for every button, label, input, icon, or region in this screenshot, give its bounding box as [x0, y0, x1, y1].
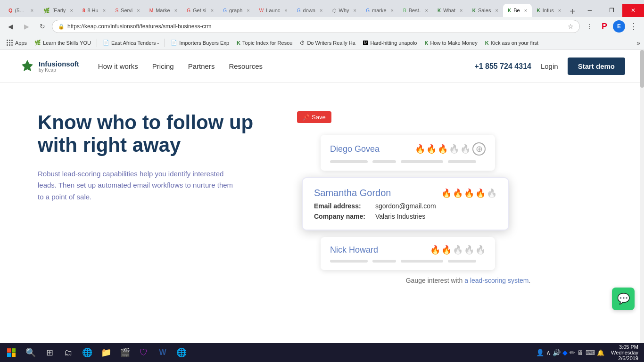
- bookmark-hard-hitting[interactable]: M Hard-hitting unapolo: [360, 39, 420, 47]
- line-4: [448, 160, 476, 163]
- save-button[interactable]: 📌 Save: [297, 111, 331, 123]
- tab-12[interactable]: B Best- ×: [398, 4, 432, 17]
- email-value: sgordon@gmail.com: [375, 202, 436, 210]
- start-button[interactable]: [2, 343, 21, 362]
- login-link[interactable]: Login: [541, 62, 558, 70]
- tab-2[interactable]: 🌿 [Early ×: [39, 4, 77, 17]
- flame-1-4: 🔥: [449, 144, 459, 154]
- site-logo[interactable]: Infusionsoft by Keap: [19, 58, 79, 75]
- scrollbar-thumb[interactable]: [640, 50, 644, 88]
- nav-link-resources[interactable]: Resources: [229, 62, 263, 70]
- tab-6[interactable]: G Get si ×: [182, 4, 218, 17]
- bookmark-favicon-8: K: [485, 40, 489, 46]
- notification-icon[interactable]: 🔔: [597, 349, 604, 356]
- bookmark-writers[interactable]: ⏱ Do Writers Really Ha: [297, 39, 358, 47]
- keyboard-icon[interactable]: ⌨: [586, 349, 595, 356]
- bookmark-kick-ass[interactable]: K Kick ass on your first: [482, 39, 541, 47]
- star-icon[interactable]: ☆: [568, 23, 574, 30]
- task-view-button[interactable]: ⊞: [41, 344, 58, 362]
- tab-9[interactable]: G down ×: [292, 4, 327, 17]
- network-icon[interactable]: 🖥: [577, 349, 584, 356]
- taskbar-word[interactable]: W: [154, 344, 172, 362]
- flame-2-3: 🔥: [464, 188, 474, 198]
- person-icon[interactable]: 👤: [536, 349, 544, 356]
- forward-button[interactable]: ▶: [20, 20, 33, 33]
- tab-10[interactable]: ⬡ Why ×: [328, 4, 361, 17]
- tab-5[interactable]: M Marke ×: [145, 4, 182, 17]
- tab-8[interactable]: W Launc ×: [255, 4, 292, 17]
- flame-row-3: 🔥 🔥 🔥 🔥 🔥: [430, 245, 486, 255]
- tab-4[interactable]: S Servi ×: [110, 4, 144, 17]
- bookmarks-bar: Apps 🌿 Learn the Skills YOU 📄 East Afric…: [0, 36, 644, 50]
- bookmark-topic[interactable]: K Topic Index for Resou: [234, 39, 295, 47]
- taskbar-store[interactable]: 🗂: [59, 344, 77, 362]
- scrollbar[interactable]: [640, 50, 644, 343]
- bookmark-importers[interactable]: 📄 Importers Buyers Exp: [168, 39, 232, 47]
- hero-left: Know who to follow up with right away Ro…: [38, 111, 273, 203]
- line-7: [401, 260, 443, 263]
- bookmark-favicon-4: K: [237, 40, 240, 46]
- bookmark-how-to-make[interactable]: K How to Make Money: [421, 39, 480, 47]
- bookmark-label-3: Importers Buyers Exp: [179, 40, 229, 46]
- line-2: [372, 160, 396, 163]
- maximize-button[interactable]: ❐: [601, 4, 622, 17]
- line-1: [330, 160, 368, 163]
- chevron-up-icon[interactable]: ∧: [546, 349, 551, 356]
- apps-label: Apps: [15, 40, 27, 46]
- bookmark-learn[interactable]: 🌿 Learn the Skills YOU: [32, 39, 94, 47]
- bookmark-east-africa[interactable]: 📄 East Africa Tenders -: [100, 39, 162, 47]
- tab-11[interactable]: G marke ×: [361, 4, 398, 17]
- extensions-icon[interactable]: ⋮: [583, 20, 596, 33]
- tab-14[interactable]: K Sales ×: [468, 4, 503, 17]
- nav-link-pricing[interactable]: Pricing: [152, 62, 174, 70]
- taskbar-vlc[interactable]: 🎬: [116, 344, 134, 362]
- pinterest-icon[interactable]: P: [598, 20, 611, 33]
- bookmarks-more-button[interactable]: »: [636, 39, 640, 47]
- company-row: Company name: Valaris Industries: [314, 213, 497, 220]
- date-display: 2/6/2019: [618, 355, 638, 361]
- nav-link-partners[interactable]: Partners: [188, 62, 215, 70]
- new-tab-button[interactable]: +: [566, 6, 579, 17]
- tab-13[interactable]: K What ×: [433, 4, 467, 17]
- line-6: [372, 260, 396, 263]
- tab-active[interactable]: K Be ×: [503, 4, 532, 17]
- taskbar-edge[interactable]: 🌐: [78, 344, 96, 362]
- minimize-button[interactable]: ─: [579, 4, 601, 17]
- taskbar-right: 👤 ∧ 🔊 ◆ ✏ 🖥 ⌨ 🔔 3:05 PM Wednesday 2/6/20…: [536, 344, 642, 361]
- start-demo-button[interactable]: Start demo: [568, 58, 625, 75]
- caption-period: .: [528, 277, 530, 284]
- tab-7[interactable]: G graph ×: [218, 4, 254, 17]
- toolbar-icons: ⋮ P E ⋮: [583, 20, 640, 33]
- lead-card-3: Nick Howard 🔥 🔥 🔥 🔥 🔥: [321, 237, 495, 270]
- dropbox-icon[interactable]: ◆: [562, 349, 568, 356]
- taskbar-chrome[interactable]: 🌐: [173, 344, 190, 362]
- close-button[interactable]: ✕: [622, 4, 644, 17]
- clock[interactable]: 3:05 PM Wednesday 2/6/2019: [607, 344, 642, 361]
- email-row: Email address: sgordon@gmail.com: [314, 202, 497, 210]
- bookmark-label-4: Topic Index for Resou: [242, 40, 292, 46]
- tab-16[interactable]: K Infus ×: [532, 4, 566, 17]
- expand-icon-1[interactable]: ⊕: [472, 142, 486, 156]
- nav-link-how-it-works[interactable]: How it works: [98, 62, 138, 70]
- caption-link[interactable]: a lead-scoring system: [464, 277, 528, 284]
- back-button[interactable]: ◀: [4, 20, 17, 33]
- url-text: https://keap.com/infusionsoft/features/s…: [67, 23, 211, 30]
- lead-name-2: Samantha Gordon: [314, 188, 391, 198]
- search-taskbar[interactable]: 🔍: [22, 344, 40, 362]
- logo-subtext: by Keap: [39, 67, 79, 73]
- flame-1-5: 🔥: [460, 144, 471, 154]
- flame-3-4: 🔥: [464, 245, 474, 255]
- pen-icon[interactable]: ✏: [570, 349, 575, 356]
- taskbar-vpn[interactable]: 🛡: [135, 344, 153, 362]
- url-bar[interactable]: 🔒 https://keap.com/infusionsoft/features…: [52, 20, 580, 33]
- menu-icon[interactable]: ⋮: [627, 20, 640, 33]
- tab-3[interactable]: 8 8 Hu ×: [78, 4, 110, 17]
- profile-avatar[interactable]: E: [613, 20, 625, 33]
- speaker-icon[interactable]: 🔊: [553, 349, 561, 356]
- chat-button[interactable]: 💬: [612, 288, 635, 310]
- bookmark-apps[interactable]: Apps: [4, 39, 30, 47]
- tab-1[interactable]: Q (5) Is ×: [4, 4, 38, 17]
- refresh-button[interactable]: ↻: [36, 20, 49, 33]
- taskbar-explorer[interactable]: 📁: [97, 344, 115, 362]
- hero-section: Know who to follow up with right away Ro…: [0, 83, 644, 303]
